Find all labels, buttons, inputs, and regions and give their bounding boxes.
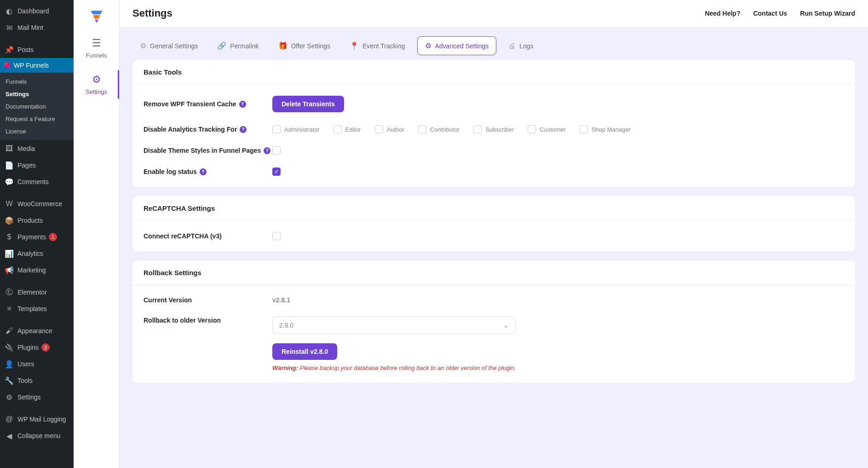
sidebar-item[interactable]: WP Funnels <box>0 58 74 73</box>
menu-icon: 📄 <box>5 161 14 170</box>
sidebar-item[interactable]: 📦Products <box>0 212 74 229</box>
svg-marker-1 <box>93 15 100 19</box>
sidebar-subitem[interactable]: Settings <box>0 88 74 100</box>
sidebar-item[interactable]: 📄Pages <box>0 157 74 173</box>
role-checkbox[interactable] <box>375 125 383 133</box>
wp-admin-sidebar: ◐Dashboard✉Mail Mint📌PostsWP FunnelsFunn… <box>0 0 74 468</box>
recaptcha-checkbox[interactable] <box>272 232 281 240</box>
sidebar-subitem[interactable]: Documentation <box>0 100 74 113</box>
menu-icon: 👤 <box>5 359 14 369</box>
sidebar-item[interactable]: 📢Marketing <box>0 262 74 278</box>
settings-tab[interactable]: ⚙Advanced Settings <box>417 36 497 55</box>
topbar-link[interactable]: Need Help? <box>705 10 740 17</box>
chevron-down-icon: ⌄ <box>503 322 509 329</box>
sidebar-item[interactable]: 🔧Tools <box>0 372 74 389</box>
count-badge: 3 <box>41 343 50 352</box>
sidebar-item[interactable]: 👤Users <box>0 356 74 372</box>
menu-icon: 🖌 <box>5 326 14 335</box>
current-version-label: Current Version <box>144 296 272 304</box>
rollback-label: Rollback to older Version <box>144 317 272 324</box>
tab-icon: 🖨 <box>508 42 516 50</box>
sidebar-item[interactable]: 📌Posts <box>0 41 74 58</box>
settings-tab[interactable]: 🖨Logs <box>501 36 540 55</box>
funnel-icon <box>5 63 10 68</box>
sidebar-item[interactable]: 🖌Appearance <box>0 323 74 339</box>
enable-log-checkbox[interactable]: ✓ <box>272 168 281 176</box>
sidebar-item[interactable]: @WP Mail Logging <box>0 411 74 428</box>
help-icon[interactable]: ? <box>240 126 247 133</box>
settings-tab[interactable]: ⚙General Settings <box>132 36 205 55</box>
tab-icon: ⚙ <box>425 41 431 50</box>
svg-marker-2 <box>95 19 98 23</box>
menu-icon: 📊 <box>5 249 14 258</box>
sidebar-item[interactable]: ⚙Settings <box>0 389 74 405</box>
tab-icon: 🎁 <box>278 41 287 50</box>
card-title: Basic Tools <box>132 60 855 85</box>
role-checkbox[interactable] <box>272 125 281 133</box>
sidebar-item[interactable]: ◐Dashboard <box>0 3 74 19</box>
remove-cache-label: Remove WPF Transient Cache ? <box>144 100 272 108</box>
sidebar-item[interactable]: 💬Comments <box>0 173 74 190</box>
basic-tools-card: Basic Tools Remove WPF Transient Cache ?… <box>132 60 855 187</box>
settings-tab[interactable]: 🔗Permalink <box>210 36 266 55</box>
page-title: Settings <box>132 7 172 19</box>
tab-icon: 🔗 <box>217 41 226 50</box>
sidebar-item[interactable]: ⒺElementor <box>0 284 74 300</box>
card-title: ReCAPTCHA Settings <box>132 196 855 221</box>
role-option: Editor <box>333 125 361 133</box>
role-checkbox[interactable] <box>528 125 536 133</box>
topbar-link[interactable]: Run Setup Wizard <box>800 10 855 17</box>
role-checkbox[interactable] <box>418 125 426 133</box>
help-icon[interactable]: ? <box>200 168 207 175</box>
role-option: Customer <box>528 125 565 133</box>
role-checkbox[interactable] <box>473 125 482 133</box>
sidebar-subitem[interactable]: Funnels <box>0 75 74 88</box>
nav-icon: ⚙ <box>74 74 119 86</box>
sidebar-item[interactable]: WWooCommerce <box>0 196 74 212</box>
menu-icon: 🔌 <box>5 343 14 352</box>
menu-icon: 🔧 <box>5 376 14 385</box>
tabs-row: ⚙General Settings🔗Permalink🎁Offer Settin… <box>120 27 868 60</box>
rollback-card: Rollback Settings Current Version v2.8.1… <box>132 260 855 382</box>
sidebar-item[interactable]: $Payments1 <box>0 229 74 245</box>
menu-icon: W <box>5 199 14 208</box>
menu-icon: 📌 <box>5 45 14 54</box>
menu-icon: ≡ <box>5 304 14 313</box>
connect-recaptcha-label: Connect reCAPTCHA (v3) <box>144 232 272 240</box>
nav-icon: ☰ <box>74 37 119 49</box>
count-badge: 1 <box>49 233 57 241</box>
delete-transients-button[interactable]: Delete Transients <box>272 96 344 112</box>
sidebar-item[interactable]: ≡Templates <box>0 300 74 317</box>
sidebar-item[interactable]: ◀Collapse menu <box>0 428 74 444</box>
help-icon[interactable]: ? <box>239 101 246 108</box>
reinstall-button[interactable]: Reinstall v2.8.0 <box>272 343 337 360</box>
role-option: Subscriber <box>473 125 514 133</box>
menu-icon: 📢 <box>5 266 14 275</box>
menu-icon: Ⓔ <box>5 288 14 297</box>
role-option: Shop Manager <box>580 125 631 133</box>
role-checkbox[interactable] <box>580 125 588 133</box>
sidebar-item[interactable]: 🔌Plugins3 <box>0 339 74 356</box>
menu-icon: $ <box>5 232 14 242</box>
disable-theme-checkbox[interactable] <box>272 146 281 155</box>
sidebar-item[interactable]: ✉Mail Mint <box>0 19 74 36</box>
version-select[interactable]: 2.8.0 ⌄ <box>272 317 516 334</box>
role-option: Administrator <box>272 125 320 133</box>
plugin-nav-item[interactable]: ⚙Settings <box>74 66 119 103</box>
sidebar-item[interactable]: 📊Analytics <box>0 245 74 262</box>
role-checkbox[interactable] <box>333 125 342 133</box>
topbar-link[interactable]: Contact Us <box>753 10 787 17</box>
plugin-sidebar: ☰Funnels⚙Settings <box>74 0 120 468</box>
disable-analytics-label: Disable Analytics Tracking For ? <box>144 126 272 133</box>
menu-icon: @ <box>5 415 14 424</box>
menu-icon: 📦 <box>5 216 14 225</box>
plugin-nav-item[interactable]: ☰Funnels <box>74 30 119 66</box>
settings-tab[interactable]: 🎁Offer Settings <box>271 36 338 55</box>
sidebar-item[interactable]: 🖼Media <box>0 140 74 157</box>
help-icon[interactable]: ? <box>264 147 270 154</box>
rollback-warning: Warning: Please backup your database bef… <box>272 364 516 371</box>
sidebar-subitem[interactable]: Request a Feature <box>0 113 74 125</box>
sidebar-subitem[interactable]: License <box>0 125 74 138</box>
settings-tab[interactable]: 📍Event Tracking <box>342 36 413 55</box>
menu-icon: ◐ <box>5 6 14 16</box>
